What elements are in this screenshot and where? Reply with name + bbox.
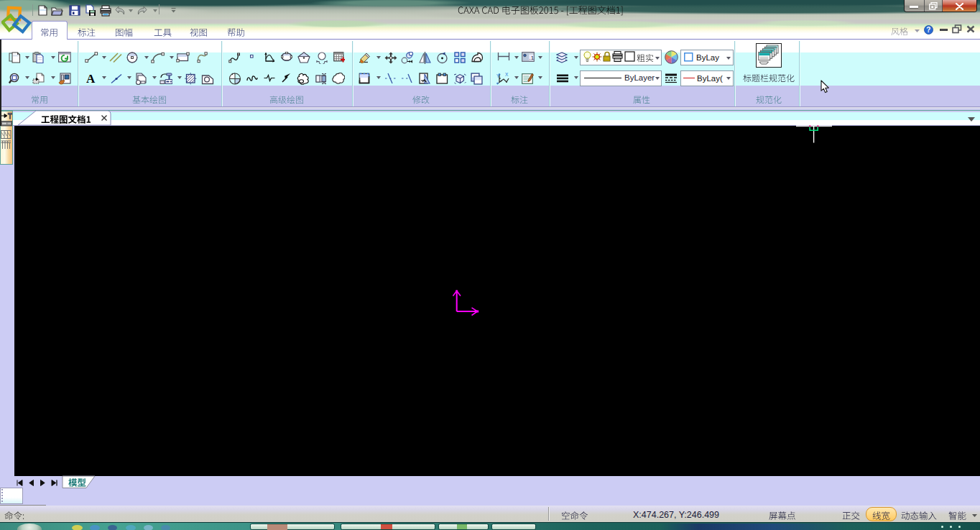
svg-text:?: ? [926,26,930,34]
svg-text:Y: Y [496,73,500,78]
svg-text:X: X [505,73,509,77]
svg-text:A: A [86,73,96,83]
svg-text:.1: .1 [530,55,535,61]
